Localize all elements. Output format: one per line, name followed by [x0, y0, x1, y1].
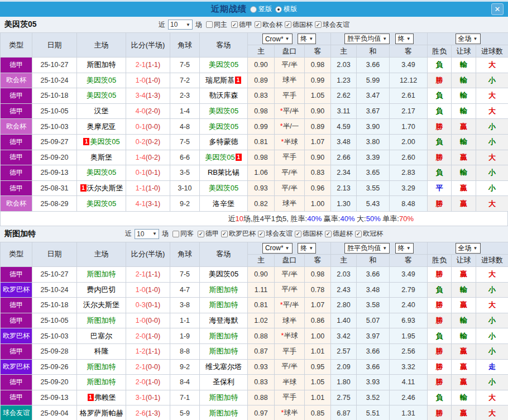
asian-home-odds: 0.93	[248, 180, 275, 196]
euro-final-select[interactable]: 终▼	[395, 34, 414, 44]
league-filter[interactable]: ✓德甲	[198, 229, 219, 238]
asian-final-select[interactable]: 终▼	[298, 34, 316, 44]
bookmaker-select[interactable]: Crow*▼	[262, 34, 293, 44]
league-cell: 欧罗巴杯	[1, 359, 32, 375]
asian-home-odds: 1.02	[248, 313, 275, 328]
euro-draw-odds: 3.52	[357, 390, 390, 405]
radio-icon[interactable]	[275, 6, 282, 13]
euro-away-odds: 3.49	[390, 58, 428, 73]
date-cell: 25-10-18	[32, 298, 77, 313]
euro-away-odds: 3.29	[390, 180, 428, 196]
result-wdl: 負	[428, 58, 452, 73]
asian-home-odds: 1.06	[248, 165, 275, 181]
league-filter[interactable]: ✓德国杯	[285, 20, 313, 30]
league-filter[interactable]: ✓欧冠杯	[355, 229, 383, 238]
date-cell: 25-10-27	[32, 58, 77, 73]
home-team-cell: 奥斯堡	[77, 150, 126, 165]
league-cell: 欧会杯	[1, 73, 32, 88]
same-venue-filter[interactable]: 同客	[172, 229, 194, 238]
corners-cell: 2-3	[170, 88, 200, 104]
away-team-cell: RB莱比锡	[200, 165, 248, 181]
away-team-cell: 美因茨051	[200, 150, 248, 165]
radio-vertical-layout[interactable]: 竖版	[250, 4, 272, 14]
handicap-line: 平/半	[275, 282, 305, 298]
euro-draw-odds: 3.39	[357, 150, 390, 165]
team-name: 斯图加特	[4, 226, 36, 242]
away-team-cell: 斯图加特	[200, 405, 248, 420]
result-wdl: 負	[428, 328, 452, 344]
league-filter[interactable]: ✓球会友谊	[258, 229, 293, 238]
league-filter[interactable]: ✓欧罗巴杯	[221, 229, 256, 238]
radio-horizontal-layout[interactable]: 横版	[275, 4, 297, 14]
score-cell: 0-3(0-1)	[126, 298, 170, 313]
summary-text: 40%	[307, 214, 322, 223]
euro-home-odds: 1.80	[331, 375, 357, 390]
asian-home-odds: 0.89	[248, 73, 275, 88]
close-button[interactable]: ✕	[491, 3, 504, 15]
result-wdl: 勝	[428, 359, 452, 375]
league-filter[interactable]: ✓德国杯	[295, 229, 323, 238]
match-row: 德甲25-09-131弗赖堡3-1(0-1)7-1斯图加特0.88平手1.012…	[1, 390, 508, 405]
league-cell: 德甲	[1, 375, 32, 390]
league-filter-label: 德超杯	[333, 229, 353, 238]
asian-final-select[interactable]: 终▼	[298, 243, 316, 254]
match-count-select[interactable]: 10 ▼	[168, 20, 193, 30]
match-count-select[interactable]: 10 ▼	[135, 229, 159, 239]
date-cell: 25-09-13	[32, 165, 77, 181]
league-cell: 欧会杯	[1, 196, 32, 212]
result-handicap: 輸	[452, 103, 476, 119]
corners-cell: 7-1	[170, 390, 200, 405]
away-team-cell: 美因茨05	[200, 58, 248, 73]
match-count-value: 10	[170, 21, 178, 28]
date-cell: 25-10-24	[32, 73, 77, 88]
fulltime-select[interactable]: 全场▼	[456, 34, 481, 44]
away-team-cell: 瑞尼斯基1	[200, 73, 248, 88]
chevron-down-icon: ▼	[309, 246, 313, 251]
league-filter[interactable]: ✓德甲	[231, 20, 252, 30]
team-section: 美因茨05 近 10 ▼ 场 同主 ✓德甲✓欧会杯✓德国杯✓球会友谊	[0, 17, 508, 226]
result-wdl: 勝	[428, 150, 452, 165]
result-goals: 小	[476, 73, 508, 88]
handicap-line: *半球	[275, 328, 305, 344]
euro-avg-select[interactable]: 胜平负均值▼	[344, 34, 390, 44]
euro-avg-select[interactable]: 胜平负均值▼	[344, 243, 390, 254]
fulltime-select[interactable]: 全场▼	[456, 243, 481, 254]
radio-icon[interactable]	[250, 6, 257, 13]
league-filter[interactable]: ✓德超杯	[325, 229, 353, 238]
result-wdl: 負	[428, 165, 452, 181]
league-cell: 德甲	[1, 390, 32, 405]
score-cell: 1-1(1-0)	[126, 180, 170, 196]
euro-home-odds: 2.03	[331, 266, 357, 282]
titlebar: 近期战绩 竖版 横版 ✕	[0, 0, 508, 17]
score-cell: 1-4(0-2)	[126, 150, 170, 165]
summary-text: 场,胜4平1负5, 胜率:	[243, 214, 307, 223]
home-team-cell: 1沃尔夫斯堡	[77, 180, 126, 196]
col-euro-away: 客	[390, 254, 428, 266]
league-filter[interactable]: ✓球会友谊	[315, 20, 349, 30]
chevron-down-icon: ▼	[406, 246, 411, 251]
bookmaker-select[interactable]: Crow*▼	[262, 243, 293, 254]
handicap-line: *平/半	[275, 298, 305, 313]
result-goals: 小	[476, 165, 508, 181]
col-goals-result: 进球数	[476, 254, 508, 266]
euro-away-odds: 2.17	[390, 103, 428, 119]
result-handicap: 贏	[452, 405, 476, 420]
handicap-line: 平手	[275, 343, 305, 359]
same-venue-filter[interactable]: 同主	[206, 20, 227, 30]
corners-cell: 3-10	[170, 180, 200, 196]
away-team-cell: 多特蒙德	[200, 134, 248, 150]
euro-draw-odds: 3.67	[357, 103, 390, 119]
euro-away-odds: 2.56	[390, 343, 428, 359]
league-cell: 欧罗巴杯	[1, 282, 32, 298]
euro-away-odds: 2.40	[390, 298, 428, 313]
euro-away-odds: 2.60	[390, 150, 428, 165]
asian-away-odds: 1.05	[305, 88, 331, 104]
euro-draw-odds: 3.65	[357, 165, 390, 181]
euro-final-select[interactable]: 终▼	[395, 243, 414, 254]
euro-home-odds: 2.75	[331, 390, 357, 405]
league-filter[interactable]: ✓欧会杯	[255, 20, 282, 30]
corners-cell: 1-9	[170, 328, 200, 344]
result-goals: 小	[476, 313, 508, 328]
col-asian-away: 客	[305, 45, 331, 58]
col-euro-home: 主	[331, 45, 357, 58]
